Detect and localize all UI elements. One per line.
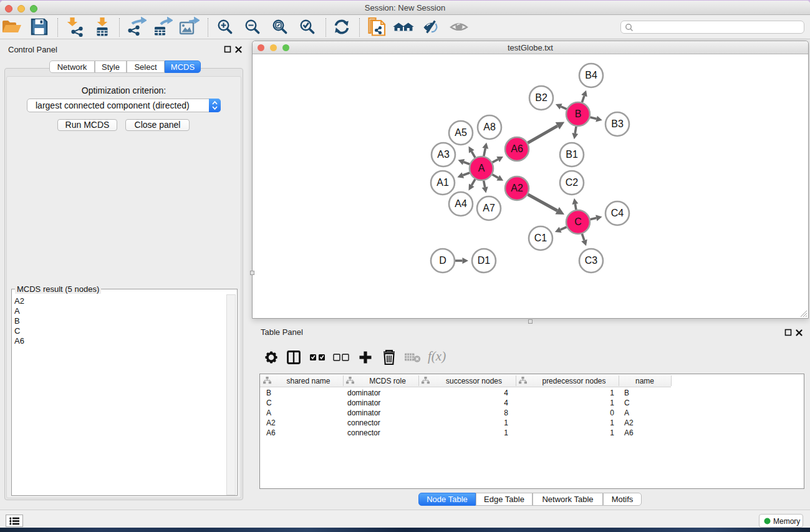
svg-text:A6: A6 [511, 143, 523, 154]
svg-text:A: A [478, 163, 485, 173]
svg-text:B1: B1 [566, 149, 578, 160]
svg-text:C4: C4 [611, 208, 624, 218]
svg-text:C3: C3 [585, 255, 598, 266]
svg-text:A2: A2 [511, 183, 523, 193]
svg-text:B4: B4 [585, 70, 597, 80]
svg-text:B3: B3 [611, 118, 624, 129]
svg-text:B: B [575, 109, 582, 119]
svg-text:A3: A3 [437, 149, 450, 160]
svg-text:A7: A7 [483, 203, 495, 213]
svg-text:C: C [574, 216, 582, 227]
svg-text:A5: A5 [455, 127, 467, 138]
svg-text:C2: C2 [566, 177, 579, 188]
svg-text:D1: D1 [478, 255, 491, 266]
svg-text:A1: A1 [436, 177, 449, 188]
svg-text:C1: C1 [534, 233, 547, 243]
svg-text:D: D [439, 255, 446, 266]
svg-text:A4: A4 [455, 198, 467, 209]
svg-text:B2: B2 [535, 92, 547, 103]
svg-text:A8: A8 [483, 122, 496, 132]
